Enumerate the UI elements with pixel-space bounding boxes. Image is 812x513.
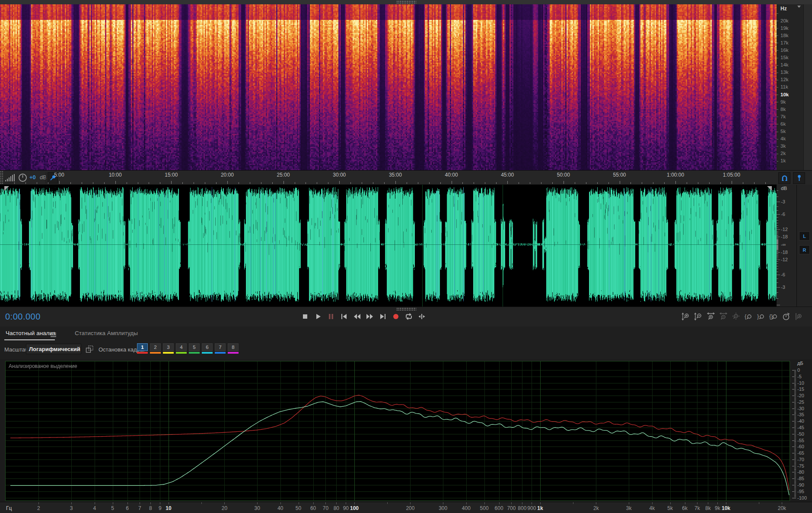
zoom-out-amplitude-button[interactable]	[694, 312, 703, 321]
drag-handle-icon[interactable]	[396, 307, 416, 310]
ruler-grip-icon[interactable]	[0, 171, 3, 185]
vertical-zoom-scrollbar[interactable]	[803, 4, 812, 170]
zoom-in-amplitude-button[interactable]	[681, 312, 690, 321]
minute-tick	[496, 182, 497, 184]
db-label: -30	[797, 406, 804, 411]
axis-label: 4k	[650, 505, 655, 511]
minute-tick	[530, 182, 530, 184]
axis-label: 9	[159, 505, 162, 511]
axis-label: 60	[310, 505, 316, 511]
spectrogram-canvas[interactable]	[0, 4, 777, 170]
minute-tick	[194, 182, 194, 184]
transport-buttons	[300, 312, 427, 321]
zoom-out-full-button	[732, 312, 740, 321]
zoom-in-time-button[interactable]	[707, 312, 715, 321]
axis-tick	[717, 502, 718, 504]
axis-tick	[410, 502, 411, 504]
db-label: 0	[797, 367, 800, 373]
axis-tick	[127, 502, 128, 504]
frequency-tick	[777, 154, 778, 154]
hold-button-2[interactable]: 2	[150, 343, 161, 351]
db-label: -70	[797, 457, 804, 462]
hold-button-6[interactable]: 6	[202, 343, 213, 351]
axis-tick	[697, 502, 697, 504]
axis-tick	[484, 502, 485, 504]
axis-label: 3k	[626, 505, 632, 511]
minute-tick	[732, 181, 732, 184]
axis-label: 7k	[694, 505, 700, 511]
record-button[interactable]	[391, 312, 401, 321]
zoom-out-time-button	[719, 312, 728, 321]
frequency-tick	[777, 102, 778, 102]
zoom-to-out-point-button[interactable]: }	[757, 312, 765, 321]
amplitude-label: -∞	[781, 242, 786, 247]
tab-frequency-analysis[interactable]: Частотный анализ	[6, 330, 55, 336]
skip-selection-button[interactable]	[417, 312, 427, 321]
timeline-ruler[interactable]: +0 dB 5:0010:0015:0020:0025:0030:0035:00…	[0, 170, 812, 185]
zoom-toolbar: {}{}	[681, 312, 803, 321]
skip-forward-button[interactable]	[378, 312, 388, 321]
minute-tick	[373, 182, 373, 184]
hold-slot-1: 1	[137, 343, 148, 354]
panel-menu-icon[interactable]	[51, 331, 56, 339]
axis-tick	[160, 502, 160, 504]
hold-button-7[interactable]: 7	[215, 343, 226, 351]
db-label: -45	[797, 425, 804, 430]
zoom-at-playhead-button	[794, 312, 803, 321]
channel-l-button[interactable]: L	[799, 231, 810, 241]
zoom-to-selection-button[interactable]: {}	[769, 312, 778, 321]
playhead-time[interactable]: 0:00.000	[5, 312, 41, 322]
gain-value[interactable]: +0	[29, 174, 36, 180]
time-label: 50:00	[557, 172, 570, 178]
amplitude-scale[interactable]: dB -3-6-12-18-∞-18-12-6-3 LR	[777, 185, 812, 307]
hold-button-4[interactable]: 4	[176, 343, 187, 351]
fast-forward-button[interactable]	[365, 312, 375, 321]
hold-color-swatch	[189, 352, 200, 354]
axis-tick	[71, 502, 72, 504]
loop-playback-button[interactable]	[404, 312, 414, 321]
minute-tick	[698, 182, 698, 184]
magnetic-snap-button[interactable]	[778, 172, 790, 184]
active-tab-underline	[4, 339, 55, 340]
scale-dropdown[interactable]: Логарифмический	[26, 344, 81, 354]
axis-label: 1k	[537, 505, 543, 511]
play-button[interactable]	[313, 312, 323, 321]
minute-tick	[239, 182, 239, 184]
axis-label: 70	[323, 505, 328, 511]
axis-tick	[511, 502, 512, 504]
time-label: 1:05:00	[723, 172, 740, 178]
db-label: -35	[797, 412, 804, 417]
minute-tick	[261, 182, 261, 184]
minute-tick	[720, 182, 721, 184]
hold-button-3[interactable]: 3	[163, 343, 174, 351]
fade-in-handle[interactable]	[4, 186, 9, 191]
axis-tick	[38, 502, 39, 504]
axis-label: 5k	[667, 505, 673, 511]
db-label: -55	[797, 438, 804, 443]
tab-amplitude-statistics[interactable]: Статистика Амплитуды	[75, 330, 138, 336]
drag-handle-icon[interactable]	[396, 0, 416, 3]
hold-button-5[interactable]: 5	[189, 343, 200, 351]
waveform-canvas[interactable]	[0, 185, 777, 307]
db-label: -65	[797, 450, 804, 456]
skip-back-button[interactable]	[339, 312, 349, 321]
minute-tick	[37, 182, 37, 184]
minute-tick	[418, 182, 418, 184]
panel-drag-bar[interactable]	[0, 0, 812, 4]
channel-r-button[interactable]: R	[799, 245, 810, 254]
fade-out-handle[interactable]	[767, 186, 772, 191]
stop-button[interactable]	[300, 312, 310, 321]
panel-menu-arrow-icon[interactable]	[797, 6, 801, 8]
copy-graph-button[interactable]	[86, 345, 94, 355]
marker-pin-button[interactable]	[793, 172, 805, 184]
hold-button-1[interactable]: 1	[137, 343, 148, 351]
frequency-tick	[777, 21, 778, 21]
hold-button-8[interactable]: 8	[228, 343, 239, 351]
amplitude-label: -12	[781, 257, 788, 262]
zoom-to-in-point-button[interactable]: {	[744, 312, 753, 321]
frequency-axis-unit: Гц	[6, 505, 12, 511]
frequency-label: 5k	[780, 129, 786, 134]
zoom-reset-button[interactable]	[782, 312, 790, 321]
rewind-button[interactable]	[352, 312, 362, 321]
pause-button[interactable]	[326, 312, 336, 321]
